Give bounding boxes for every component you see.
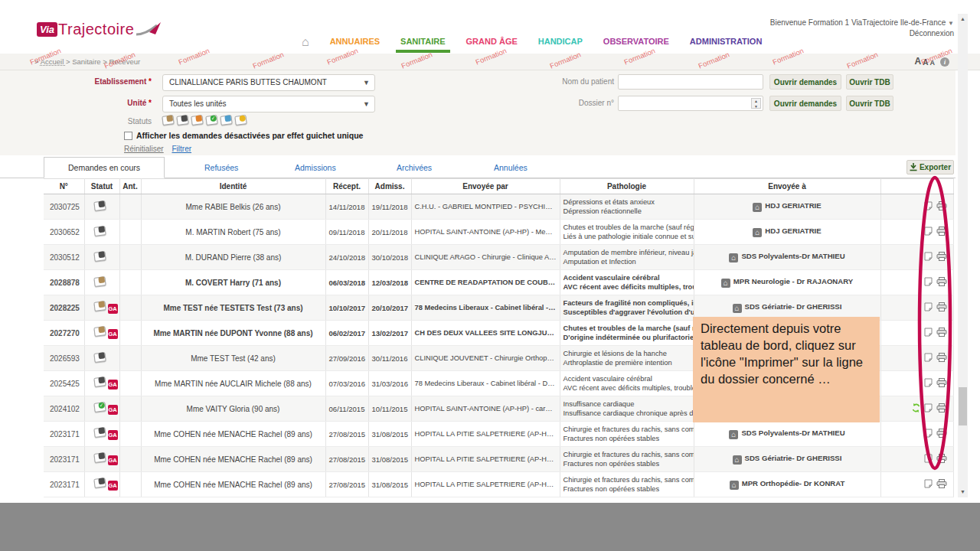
breadcrumb-item[interactable]: Accueil xyxy=(41,57,66,66)
reception-date-cell: 27/09/2016 xyxy=(325,346,368,371)
edit-note-icon[interactable] xyxy=(924,403,933,414)
nav-administration[interactable]: ADMINISTRATION xyxy=(690,37,763,46)
table-row[interactable]: 2023171GAMme COHEN née MENACHE Rachel (8… xyxy=(44,472,953,497)
check-green-filter-icon[interactable]: ✓ xyxy=(206,114,217,128)
table-row[interactable]: 2023171GAMme COHEN née MENACHE Rachel (8… xyxy=(44,447,953,472)
print-icon[interactable] xyxy=(936,302,947,313)
filter-link[interactable]: Filtrer xyxy=(172,145,191,153)
dossier-number-input[interactable]: ▲▼ xyxy=(618,96,763,111)
edit-note-icon[interactable] xyxy=(924,328,933,338)
export-button[interactable]: Exporter xyxy=(906,160,954,174)
edit-note-icon[interactable] xyxy=(924,227,933,237)
unit-house-icon: ⌂ xyxy=(730,481,739,490)
nav-grand-age[interactable]: GRAND ÂGE xyxy=(466,37,518,46)
tab-annul-es[interactable]: Annulées xyxy=(494,158,528,178)
unite-select[interactable]: Toutes les unités ▼ xyxy=(162,96,375,112)
edit-note-icon[interactable] xyxy=(924,479,933,490)
edit-note-icon[interactable] xyxy=(924,252,933,262)
stamp-dark-filter-icon[interactable] xyxy=(177,114,188,128)
print-icon[interactable] xyxy=(936,353,947,364)
table-row[interactable]: 2030512M. DURAND Pierre (38 ans)24/10/20… xyxy=(44,245,953,270)
print-icon[interactable] xyxy=(936,403,947,414)
stamp-orange-filter-icon[interactable] xyxy=(191,114,203,128)
print-icon[interactable] xyxy=(936,454,947,465)
column-header-Envoyée par[interactable]: Envoyée par xyxy=(411,179,560,194)
scrollbar-thumb[interactable] xyxy=(959,387,967,425)
edit-note-icon[interactable] xyxy=(924,277,933,288)
coins-yellow-glyph xyxy=(239,115,246,122)
scroll-down-icon[interactable]: ▼ xyxy=(958,487,968,497)
column-header-Identité[interactable]: Identité xyxy=(141,179,325,194)
etablissement-label: Etablissement * xyxy=(67,77,152,86)
open-requests-button-1[interactable]: Ouvrir demandes xyxy=(769,74,841,90)
table-row[interactable]: 2028878M. COVERT Harry (71 ans)06/03/201… xyxy=(44,270,953,295)
stamp-tan-glyph xyxy=(98,326,105,333)
print-icon[interactable] xyxy=(936,479,947,490)
sent-to-cell: ⌂HDJ GERIATRIE xyxy=(694,194,880,220)
refresh-icon[interactable] xyxy=(911,403,921,414)
guichet-unique-checkbox[interactable] xyxy=(124,132,132,140)
vertical-scrollbar[interactable]: ▲ ▼ xyxy=(958,14,968,497)
font-size-small-button[interactable]: A xyxy=(930,59,936,67)
stamp-tan-filter-icon[interactable] xyxy=(162,114,174,128)
anteriority-cell xyxy=(119,447,141,472)
edit-note-icon[interactable] xyxy=(924,378,933,389)
tab-archiv-es[interactable]: Archivées xyxy=(397,158,432,178)
edit-note-icon[interactable] xyxy=(924,429,933,439)
coins-yellow-filter-icon[interactable] xyxy=(235,114,247,128)
nav-handicap[interactable]: HANDICAP xyxy=(538,37,583,46)
user-menu[interactable]: Bienvenue Formation 1 ViaTrajectoire Ile… xyxy=(770,18,954,27)
edit-note-icon[interactable] xyxy=(924,353,933,364)
table-row[interactable]: 2030652M. MARTIN Robert (75 ans)09/11/20… xyxy=(44,220,953,245)
column-header-Ant.[interactable]: Ant. xyxy=(119,179,141,194)
nav-observatoire[interactable]: OBSERVATOIRE xyxy=(603,37,669,46)
pathology-line: Insuffisance cardiaque xyxy=(564,399,691,409)
column-header-Admiss.[interactable]: Admiss. xyxy=(368,179,411,194)
edit-note-icon[interactable] xyxy=(924,454,933,465)
column-header-N°[interactable]: N° xyxy=(44,179,84,194)
tab-refus-es[interactable]: Refusées xyxy=(204,158,238,178)
open-tdb-button-1[interactable]: Ouvrir TDB xyxy=(846,74,893,90)
pathology-line: Dépressions et états anxieux xyxy=(564,197,691,207)
info-icon[interactable]: i xyxy=(940,57,949,67)
tab-demandes-en-cours[interactable]: Demandes en cours xyxy=(44,157,165,178)
reset-link[interactable]: Réinitialiser xyxy=(124,145,164,153)
print-icon[interactable] xyxy=(936,227,947,237)
etablissement-select[interactable]: CLINALLIANCE PARIS BUTTES CHAUMONT ▼ xyxy=(162,74,375,91)
column-header-Envoyée à[interactable]: Envoyée à xyxy=(694,179,880,194)
download-icon xyxy=(910,163,917,171)
logout-link[interactable]: Déconnexion xyxy=(770,29,954,37)
breadcrumb-item[interactable]: Sanitaire xyxy=(72,57,103,66)
edit-note-icon[interactable] xyxy=(924,302,933,313)
column-header-actions[interactable] xyxy=(880,179,953,194)
column-header-Récept.[interactable]: Récept. xyxy=(325,179,368,194)
viatrajectoire-logo[interactable]: ViaTrajectoire xyxy=(37,21,162,38)
edit-note-icon[interactable] xyxy=(924,201,933,212)
scroll-up-icon[interactable]: ▲ xyxy=(958,14,968,24)
column-header-Statut[interactable]: Statut xyxy=(84,179,119,194)
print-icon[interactable] xyxy=(936,328,947,338)
font-size-medium-button[interactable]: A xyxy=(923,58,928,67)
home-icon[interactable]: ⌂ xyxy=(302,37,309,46)
arrows-blue-filter-icon[interactable] xyxy=(220,114,232,128)
export-label: Exporter xyxy=(920,163,951,171)
nav-sanitaire[interactable]: SANITAIRE xyxy=(400,37,445,46)
tab-admissions[interactable]: Admissions xyxy=(295,158,336,178)
patient-name-input[interactable] xyxy=(618,74,763,90)
font-size-controls: A A A i xyxy=(915,56,949,67)
open-requests-button-2[interactable]: Ouvrir demandes xyxy=(769,96,841,111)
print-icon[interactable] xyxy=(936,252,947,262)
print-icon[interactable] xyxy=(936,201,947,212)
print-icon[interactable] xyxy=(936,277,947,288)
column-header-Pathologie[interactable]: Pathologie xyxy=(560,179,694,194)
print-icon[interactable] xyxy=(936,378,947,389)
nav-annuaires[interactable]: ANNUAIRES xyxy=(330,37,380,46)
ga-badge: GA xyxy=(108,455,118,465)
table-row[interactable]: 2023171GAMme COHEN née MENACHE Rachel (8… xyxy=(44,422,953,447)
pathology-line: Fractures non opérées stables xyxy=(564,434,691,443)
number-spinner[interactable]: ▲▼ xyxy=(751,98,761,109)
print-icon[interactable] xyxy=(936,429,947,439)
table-row[interactable]: 2030725Mme RABIE Belkis (26 ans)14/11/20… xyxy=(44,194,953,220)
open-tdb-button-2[interactable]: Ouvrir TDB xyxy=(846,96,893,111)
font-size-large-button[interactable]: A xyxy=(915,56,922,67)
